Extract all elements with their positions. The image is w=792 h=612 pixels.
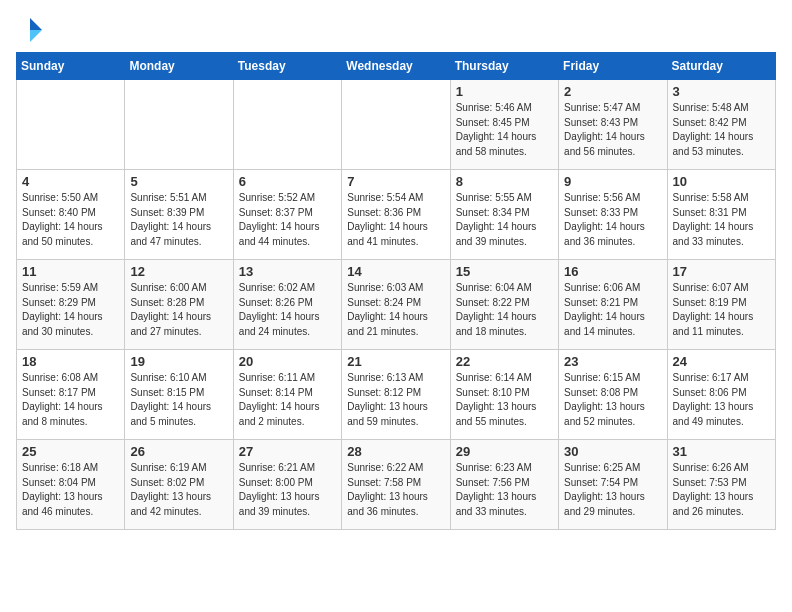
day-number: 26 — [130, 444, 227, 459]
svg-marker-1 — [30, 30, 42, 42]
calendar-cell: 11Sunrise: 5:59 AM Sunset: 8:29 PM Dayli… — [17, 260, 125, 350]
day-number: 4 — [22, 174, 119, 189]
day-number: 9 — [564, 174, 661, 189]
calendar-cell: 29Sunrise: 6:23 AM Sunset: 7:56 PM Dayli… — [450, 440, 558, 530]
day-number: 13 — [239, 264, 336, 279]
calendar-cell: 16Sunrise: 6:06 AM Sunset: 8:21 PM Dayli… — [559, 260, 667, 350]
logo — [16, 16, 48, 44]
day-number: 20 — [239, 354, 336, 369]
calendar-cell: 31Sunrise: 6:26 AM Sunset: 7:53 PM Dayli… — [667, 440, 775, 530]
day-number: 14 — [347, 264, 444, 279]
day-info: Sunrise: 6:14 AM Sunset: 8:10 PM Dayligh… — [456, 371, 553, 429]
day-info: Sunrise: 5:48 AM Sunset: 8:42 PM Dayligh… — [673, 101, 770, 159]
day-info: Sunrise: 5:54 AM Sunset: 8:36 PM Dayligh… — [347, 191, 444, 249]
logo-icon — [16, 16, 44, 44]
calendar-week-row: 25Sunrise: 6:18 AM Sunset: 8:04 PM Dayli… — [17, 440, 776, 530]
day-number: 22 — [456, 354, 553, 369]
day-info: Sunrise: 5:52 AM Sunset: 8:37 PM Dayligh… — [239, 191, 336, 249]
calendar-cell: 25Sunrise: 6:18 AM Sunset: 8:04 PM Dayli… — [17, 440, 125, 530]
day-number: 2 — [564, 84, 661, 99]
calendar-week-row: 18Sunrise: 6:08 AM Sunset: 8:17 PM Dayli… — [17, 350, 776, 440]
day-number: 29 — [456, 444, 553, 459]
calendar-cell: 3Sunrise: 5:48 AM Sunset: 8:42 PM Daylig… — [667, 80, 775, 170]
page-header — [16, 16, 776, 44]
calendar-cell: 12Sunrise: 6:00 AM Sunset: 8:28 PM Dayli… — [125, 260, 233, 350]
calendar-cell: 18Sunrise: 6:08 AM Sunset: 8:17 PM Dayli… — [17, 350, 125, 440]
day-info: Sunrise: 6:03 AM Sunset: 8:24 PM Dayligh… — [347, 281, 444, 339]
day-info: Sunrise: 6:25 AM Sunset: 7:54 PM Dayligh… — [564, 461, 661, 519]
day-info: Sunrise: 6:18 AM Sunset: 8:04 PM Dayligh… — [22, 461, 119, 519]
day-info: Sunrise: 6:02 AM Sunset: 8:26 PM Dayligh… — [239, 281, 336, 339]
calendar-cell: 5Sunrise: 5:51 AM Sunset: 8:39 PM Daylig… — [125, 170, 233, 260]
day-info: Sunrise: 5:58 AM Sunset: 8:31 PM Dayligh… — [673, 191, 770, 249]
day-number: 12 — [130, 264, 227, 279]
day-number: 15 — [456, 264, 553, 279]
calendar-cell: 15Sunrise: 6:04 AM Sunset: 8:22 PM Dayli… — [450, 260, 558, 350]
day-info: Sunrise: 5:51 AM Sunset: 8:39 PM Dayligh… — [130, 191, 227, 249]
calendar-cell: 21Sunrise: 6:13 AM Sunset: 8:12 PM Dayli… — [342, 350, 450, 440]
calendar-header-row: SundayMondayTuesdayWednesdayThursdayFrid… — [17, 53, 776, 80]
day-info: Sunrise: 6:21 AM Sunset: 8:00 PM Dayligh… — [239, 461, 336, 519]
day-info: Sunrise: 6:11 AM Sunset: 8:14 PM Dayligh… — [239, 371, 336, 429]
day-info: Sunrise: 5:56 AM Sunset: 8:33 PM Dayligh… — [564, 191, 661, 249]
calendar-week-row: 11Sunrise: 5:59 AM Sunset: 8:29 PM Dayli… — [17, 260, 776, 350]
calendar-cell: 20Sunrise: 6:11 AM Sunset: 8:14 PM Dayli… — [233, 350, 341, 440]
calendar-cell: 14Sunrise: 6:03 AM Sunset: 8:24 PM Dayli… — [342, 260, 450, 350]
day-header-friday: Friday — [559, 53, 667, 80]
calendar-cell — [125, 80, 233, 170]
calendar-week-row: 1Sunrise: 5:46 AM Sunset: 8:45 PM Daylig… — [17, 80, 776, 170]
day-number: 17 — [673, 264, 770, 279]
day-number: 30 — [564, 444, 661, 459]
day-info: Sunrise: 6:08 AM Sunset: 8:17 PM Dayligh… — [22, 371, 119, 429]
day-number: 16 — [564, 264, 661, 279]
calendar-cell: 4Sunrise: 5:50 AM Sunset: 8:40 PM Daylig… — [17, 170, 125, 260]
day-header-monday: Monday — [125, 53, 233, 80]
day-number: 23 — [564, 354, 661, 369]
day-header-saturday: Saturday — [667, 53, 775, 80]
day-info: Sunrise: 5:59 AM Sunset: 8:29 PM Dayligh… — [22, 281, 119, 339]
day-number: 31 — [673, 444, 770, 459]
day-info: Sunrise: 6:23 AM Sunset: 7:56 PM Dayligh… — [456, 461, 553, 519]
day-number: 6 — [239, 174, 336, 189]
calendar-cell — [342, 80, 450, 170]
day-info: Sunrise: 6:13 AM Sunset: 8:12 PM Dayligh… — [347, 371, 444, 429]
day-number: 3 — [673, 84, 770, 99]
calendar-cell: 7Sunrise: 5:54 AM Sunset: 8:36 PM Daylig… — [342, 170, 450, 260]
day-header-thursday: Thursday — [450, 53, 558, 80]
calendar-table: SundayMondayTuesdayWednesdayThursdayFrid… — [16, 52, 776, 530]
calendar-cell: 22Sunrise: 6:14 AM Sunset: 8:10 PM Dayli… — [450, 350, 558, 440]
calendar-cell: 28Sunrise: 6:22 AM Sunset: 7:58 PM Dayli… — [342, 440, 450, 530]
day-info: Sunrise: 6:10 AM Sunset: 8:15 PM Dayligh… — [130, 371, 227, 429]
calendar-cell: 6Sunrise: 5:52 AM Sunset: 8:37 PM Daylig… — [233, 170, 341, 260]
day-info: Sunrise: 6:17 AM Sunset: 8:06 PM Dayligh… — [673, 371, 770, 429]
calendar-cell: 27Sunrise: 6:21 AM Sunset: 8:00 PM Dayli… — [233, 440, 341, 530]
calendar-cell: 1Sunrise: 5:46 AM Sunset: 8:45 PM Daylig… — [450, 80, 558, 170]
day-info: Sunrise: 5:55 AM Sunset: 8:34 PM Dayligh… — [456, 191, 553, 249]
calendar-cell: 30Sunrise: 6:25 AM Sunset: 7:54 PM Dayli… — [559, 440, 667, 530]
day-info: Sunrise: 6:00 AM Sunset: 8:28 PM Dayligh… — [130, 281, 227, 339]
day-header-tuesday: Tuesday — [233, 53, 341, 80]
day-info: Sunrise: 5:47 AM Sunset: 8:43 PM Dayligh… — [564, 101, 661, 159]
day-number: 24 — [673, 354, 770, 369]
day-number: 8 — [456, 174, 553, 189]
day-info: Sunrise: 6:04 AM Sunset: 8:22 PM Dayligh… — [456, 281, 553, 339]
day-number: 11 — [22, 264, 119, 279]
svg-marker-0 — [30, 18, 42, 30]
calendar-cell: 13Sunrise: 6:02 AM Sunset: 8:26 PM Dayli… — [233, 260, 341, 350]
calendar-cell: 8Sunrise: 5:55 AM Sunset: 8:34 PM Daylig… — [450, 170, 558, 260]
day-info: Sunrise: 6:19 AM Sunset: 8:02 PM Dayligh… — [130, 461, 227, 519]
day-number: 28 — [347, 444, 444, 459]
day-info: Sunrise: 6:22 AM Sunset: 7:58 PM Dayligh… — [347, 461, 444, 519]
calendar-week-row: 4Sunrise: 5:50 AM Sunset: 8:40 PM Daylig… — [17, 170, 776, 260]
day-header-sunday: Sunday — [17, 53, 125, 80]
calendar-cell: 10Sunrise: 5:58 AM Sunset: 8:31 PM Dayli… — [667, 170, 775, 260]
day-number: 21 — [347, 354, 444, 369]
day-number: 18 — [22, 354, 119, 369]
day-info: Sunrise: 5:46 AM Sunset: 8:45 PM Dayligh… — [456, 101, 553, 159]
day-number: 7 — [347, 174, 444, 189]
day-number: 10 — [673, 174, 770, 189]
calendar-cell: 26Sunrise: 6:19 AM Sunset: 8:02 PM Dayli… — [125, 440, 233, 530]
day-header-wednesday: Wednesday — [342, 53, 450, 80]
calendar-cell: 9Sunrise: 5:56 AM Sunset: 8:33 PM Daylig… — [559, 170, 667, 260]
calendar-cell: 19Sunrise: 6:10 AM Sunset: 8:15 PM Dayli… — [125, 350, 233, 440]
